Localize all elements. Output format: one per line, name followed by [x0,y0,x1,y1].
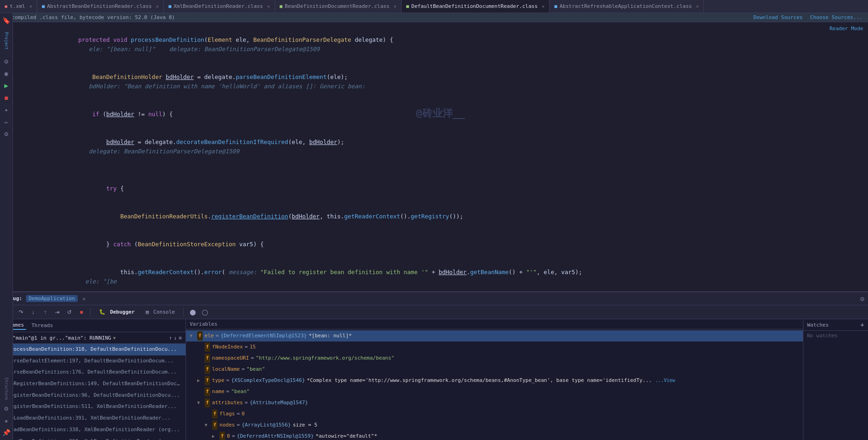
sidebar-icon-bookmark2[interactable]: ✦ [1,104,12,115]
var-attributes-expand[interactable]: ▼ [197,399,203,407]
thread-dropdown-icon[interactable]: ▼ [113,335,116,341]
step-over-btn[interactable]: ↷ [16,307,26,317]
var-type-value: *Complex type name='http://www.springfra… [307,376,652,385]
frame-down-btn[interactable]: ↓ [174,335,177,341]
var-type-eq: = [226,376,230,385]
line-content-7: BeanDefinitionReaderUtils.registerBeanDe… [36,203,862,230]
step-out-btn[interactable]: ↑ [40,307,50,317]
var-type[interactable]: ▶ f type = {XSComplexTypeDecl@1546} *Com… [186,375,803,386]
tab-abstract-refresh[interactable]: ■ AbstractRefreshableApplicationContext.… [550,0,704,13]
tab-close-abstract-bean[interactable]: ✕ [156,4,159,9]
debug-settings-icon[interactable]: ⚙ [861,295,864,302]
tab-xml-bean[interactable]: ■ XmlBeanDefinitionReader.class ✕ [164,0,275,13]
tab-abstract-bean[interactable]: ■ AbstractBeanDefinitionReader.class ✕ [37,0,164,13]
method-getBeanName: getBeanName [470,269,509,276]
sidebar-icon-git[interactable]: ◉ [1,68,12,79]
add-watch-btn[interactable]: + [861,321,864,328]
line-content-1: protected void processBeanDefinition(Ele… [36,26,862,63]
tab-close-bean-doc[interactable]: ✕ [394,4,397,9]
var-fNodeIndex-eq: = [245,342,248,352]
var-nodes-expand[interactable]: ▼ [205,421,210,429]
var-flags[interactable]: f flags = 0 [186,408,803,420]
tab-console[interactable]: ▤ Console [141,308,180,316]
hint-9: ele: "[be [78,278,117,285]
var-bdHolder-getBeanName: bdHolder [439,269,467,276]
left-sidebar: 🔖 Project ⚙ ◉ ▶ ◼ ✦ ✏ ⚙ Structure ⚙ ★ 📌 [0,13,13,440]
tab-icon-abstract-bean: ■ [42,4,45,9]
sidebar-icon-bookmark[interactable]: 🔖 [1,15,12,26]
stop-btn[interactable]: ■ [76,307,86,317]
var-nodes[interactable]: ▼ f nodes = {ArrayList@1556} size = 5 [186,420,803,431]
method-parseBeanDefinitionElement: parseBeanDefinitionElement [236,73,327,80]
download-sources-link[interactable]: Download Sources [753,14,802,20]
tab-close-default-bean[interactable]: ✕ [542,4,544,9]
reader-mode-label[interactable]: Reader Mode [829,25,863,32]
variables-panel: Variables ▼ f ele = {DeferredElementNSIm… [186,319,803,440]
mute-breakpoints-btn[interactable]: ◯ [199,307,210,317]
var-type-expand[interactable]: ▶ [197,376,203,385]
keyword-null: null [148,111,162,118]
var-localName-value: "bean" [246,365,265,374]
var-ele-icon: f [197,331,203,341]
sidebar-icon-pin[interactable]: 📌 [1,427,12,438]
code-line-8: } catch (BeanDefinitionStoreException va… [13,230,868,258]
tab-close-xml-bean[interactable]: ✕ [267,4,270,9]
sidebar-icon-pencil[interactable]: ✏ [1,116,12,127]
rerun-btn[interactable]: ↺ [64,307,74,317]
var-attributes-name: attributes [212,398,243,407]
run-to-cursor-btn[interactable]: ⇥ [52,307,62,317]
var-ele-expand[interactable]: ▼ [190,332,195,340]
step-into-btn[interactable]: ↓ [28,307,38,317]
code-line-4: bdHolder = delegate.decorateBeanDefiniti… [13,128,868,165]
frame-item-8[interactable]: loadBeanDefinitions:310, XmlBeanDefiniti… [0,436,186,440]
var-node-0-type: {DeferredAttrNSImpl@1559} [237,432,314,440]
frame-item-6[interactable]: doLoadBeanDefinitions:391, XmlBeanDefini… [0,413,186,424]
debugger-icon: 🐛 [99,309,106,315]
watches-header: Watches + [803,319,868,331]
tab-close-t-xml[interactable]: ✕ [29,4,32,9]
sidebar-icon-debug[interactable]: ◼ [1,92,12,103]
var-namespaceURI[interactable]: f namespaceURI = "http://www.springframe… [186,353,803,364]
var-attributes[interactable]: ▼ f attributes = {AttributeMap@1547} [186,397,803,408]
var-type-view[interactable]: ...View [656,376,675,385]
var-ele[interactable]: ▼ f ele = {DeferredElementNSImpl@1523} *… [186,330,803,341]
view-breakpoints-btn[interactable]: ⬤ [187,307,198,317]
frame-item-5[interactable]: registerBeanDefinitions:511, XmlBeanDefi… [0,401,186,413]
frame-item-7[interactable]: loadBeanDefinitions:338, XmlBeanDefiniti… [0,424,186,436]
frame-item-1[interactable]: parseDefaultElement:197, DefaultBeanDefi… [0,355,186,367]
structure-label: Structure [2,375,11,402]
tab-close-abstract-refresh[interactable]: ✕ [696,4,699,9]
debug-close-btn[interactable]: ✕ [82,296,86,302]
frame-item-3[interactable]: doRegisterBeanDefinitions:149, DefaultBe… [0,378,186,390]
tab-bean-doc[interactable]: ■ BeanDefinitionDocumentReader.class ✕ [275,0,402,13]
frame-item-0[interactable]: processBeanDefinition:318, DefaultBeanDe… [0,344,186,355]
sidebar-icon-star[interactable]: ★ [1,415,12,426]
var-fNodeIndex[interactable]: f fNodeIndex = 15 [186,341,803,353]
frame-item-2[interactable]: parseBeanDefinitions:176, DefaultBeanDef… [0,367,186,378]
watches-panel: Watches + No watches [803,319,868,440]
sidebar-icon-target[interactable]: ⚙ [1,56,12,67]
sidebar-icon-gear[interactable]: ⚙ [1,128,12,139]
choose-sources-link[interactable]: Choose Sources... [810,14,862,20]
var-localName[interactable]: f localName = "bean" [186,364,803,375]
frame-filter-btn[interactable]: ≡ [179,335,182,341]
var-type-type: {XSComplexTypeDecl@1546} [231,376,305,385]
sidebar-icon-settings[interactable]: ⚙ [1,403,12,414]
threads-tab[interactable]: Threads [30,322,55,329]
tab-default-bean[interactable]: ■ DefaultBeanDefinitionDocumentReader.cl… [402,0,550,13]
frame-up-btn[interactable]: ↑ [169,335,172,341]
sidebar-icon-project[interactable]: Project [2,27,11,55]
debug-app-name[interactable]: DemoApplication [26,295,78,302]
frame-item-4[interactable]: registerBeanDefinitions:96, DefaultBeanD… [0,390,186,401]
code-line-2: BeanDefinitionHolder bdHolder = delegate… [13,63,868,100]
var-attributes-type: {AttributeMap@1547} [250,398,308,407]
var-node-0[interactable]: ▶ f 0 = {DeferredAttrNSImpl@1559} *autow… [186,431,803,440]
var-name[interactable]: f name = "bean" [186,386,803,397]
var-localName-eq: = [242,365,245,374]
sidebar-icon-run[interactable]: ▶ [1,80,12,91]
var-type-name: type [212,376,225,385]
tab-t-xml[interactable]: ● t.xml ✕ [0,0,37,13]
tab-debugger[interactable]: 🐛 Debugger [94,308,139,316]
var-node-0-expand[interactable]: ▶ [212,432,218,440]
var-bdHolder-param: bdHolder [309,138,337,145]
